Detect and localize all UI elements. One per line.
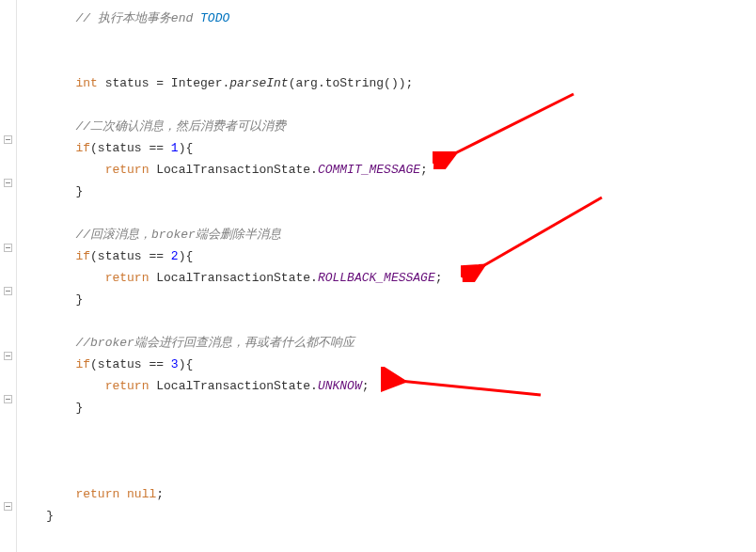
code-line-blank: [17, 527, 756, 548]
editor-gutter: [0, 0, 17, 552]
code-text: (arg.toString());: [289, 76, 414, 90]
code-line: }: [17, 397, 756, 418]
static-field: ROLLBACK_MESSAGE: [318, 271, 435, 285]
code-line: //回滚消息，broker端会删除半消息: [17, 224, 756, 245]
code-line: int status = Integer.parseInt(arg.toStri…: [17, 72, 756, 94]
code-text: (status ==: [90, 357, 171, 371]
code-line: //broker端会进行回查消息，再或者什么都不响应: [17, 332, 756, 354]
number-literal: 2: [171, 249, 179, 263]
code-text: LocalTransactionState.: [149, 163, 317, 177]
code-text: ){: [179, 141, 194, 155]
code-line-blank: [17, 418, 756, 440]
number-literal: 3: [171, 357, 179, 371]
code-line-blank: [17, 29, 756, 51]
code-line-blank: [17, 94, 756, 116]
code-editor[interactable]: // 执行本地事务end TODO int status = Integer.p…: [17, 0, 756, 552]
code-text: ;: [435, 271, 443, 285]
fold-marker-icon[interactable]: [4, 502, 12, 511]
code-text: (status ==: [90, 141, 171, 155]
comment-text: //二次确认消息，然后消费者可以消费: [75, 119, 286, 134]
keyword-int: int: [75, 76, 97, 90]
code-text: }: [75, 184, 83, 198]
code-text: ;: [420, 163, 428, 177]
fold-marker-icon[interactable]: [4, 352, 12, 360]
keyword-return: return: [105, 271, 150, 285]
keyword-return: return: [105, 379, 150, 393]
keyword-return: return null: [75, 487, 156, 501]
code-text: }: [75, 292, 83, 307]
code-line: if(status == 2){: [17, 245, 756, 267]
code-line-blank: [17, 310, 756, 332]
code-line: return LocalTransactionState.ROLLBACK_ME…: [17, 267, 756, 289]
code-text: ;: [156, 487, 164, 501]
code-line: }: [17, 181, 756, 202]
keyword-return: return: [105, 163, 150, 177]
keyword-if: if: [75, 141, 90, 155]
comment-text: // 执行本地事务end: [75, 11, 200, 25]
fold-marker-icon[interactable]: [4, 287, 12, 295]
code-line-blank: [17, 440, 756, 462]
number-literal: 1: [171, 141, 179, 155]
code-text: }: [46, 509, 54, 523]
code-text: LocalTransactionState.: [149, 271, 317, 285]
keyword-if: if: [75, 249, 90, 263]
code-text: status = Integer.: [98, 76, 229, 90]
fold-marker-icon[interactable]: [4, 135, 12, 144]
fold-marker-icon[interactable]: [4, 395, 12, 403]
code-line: return null;: [17, 483, 756, 505]
comment-text: //回滚消息，broker端会删除半消息: [75, 228, 280, 242]
code-line-blank: [17, 202, 756, 224]
code-line: //二次确认消息，然后消费者可以消费: [17, 116, 756, 137]
static-field: COMMIT_MESSAGE: [318, 163, 420, 177]
code-line-blank: [17, 462, 756, 483]
method-call: parseInt: [229, 76, 288, 90]
code-line: }: [17, 505, 756, 527]
code-line-blank: [17, 51, 756, 72]
code-text: ){: [179, 249, 194, 263]
code-line: }: [17, 289, 756, 310]
code-line: return LocalTransactionState.COMMIT_MESS…: [17, 159, 756, 181]
code-text: ){: [179, 357, 194, 371]
todo-marker: TODO: [200, 11, 229, 25]
keyword-if: if: [75, 357, 90, 371]
static-field: UNKNOW: [318, 379, 362, 393]
code-line: return LocalTransactionState.UNKNOW;: [17, 375, 756, 397]
code-line: // 执行本地事务end TODO: [17, 8, 756, 29]
code-line: if(status == 1){: [17, 137, 756, 159]
comment-text: //broker端会进行回查消息，再或者什么都不响应: [75, 336, 354, 350]
code-text: LocalTransactionState.: [149, 379, 317, 393]
fold-marker-icon[interactable]: [4, 244, 12, 252]
code-text: ;: [362, 379, 370, 393]
code-text: (status ==: [90, 249, 171, 263]
code-line: if(status == 3){: [17, 354, 756, 375]
code-line: @Override: [17, 548, 756, 552]
code-text: }: [75, 401, 83, 415]
fold-marker-icon[interactable]: [4, 179, 12, 187]
